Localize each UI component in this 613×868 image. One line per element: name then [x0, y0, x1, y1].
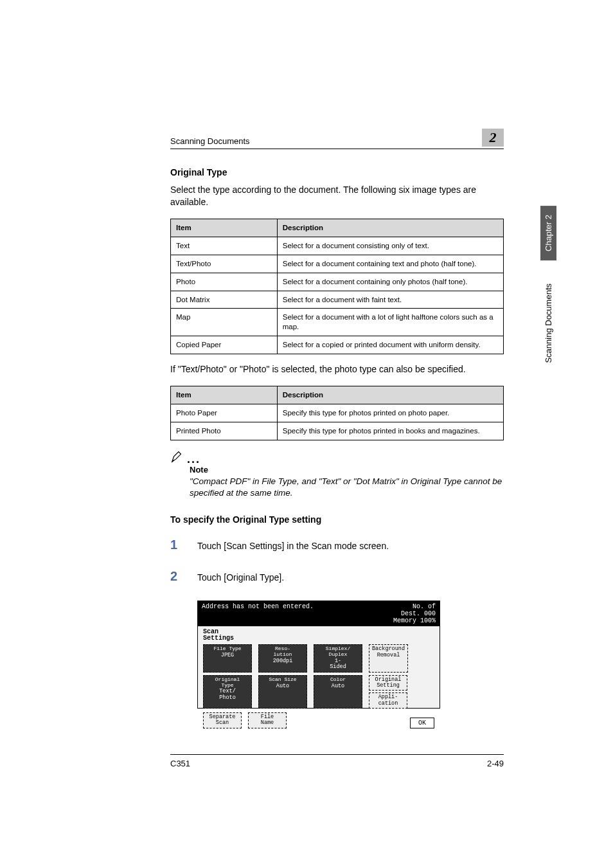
table-row: Photo PaperSpecify this type for photos …: [171, 404, 504, 422]
panel-dest-count: 000: [424, 610, 436, 617]
page-footer: C351 2-49: [170, 754, 504, 768]
photo-type-table: Item Description Photo PaperSpecify this…: [170, 386, 504, 440]
note-body: "Compact PDF" in File Type, and "Text" o…: [190, 476, 504, 499]
table-row: Printed PhotoSpecify this type for photo…: [171, 422, 504, 440]
running-header: Scanning Documents: [170, 136, 250, 146]
panel-tab-scan-settings: Scan Settings: [203, 629, 234, 642]
section-heading: Original Type: [170, 167, 504, 177]
panel-btn-resolution: Reso- lution 200dpi: [258, 644, 307, 672]
side-tab-section: Scanning Documents: [540, 275, 556, 372]
panel-btn-file-type: File Type JPEG: [203, 644, 252, 672]
panel-memory: Memory 100%: [393, 617, 436, 624]
footer-model: C351: [170, 759, 190, 768]
footer-page-number: 2-49: [487, 759, 504, 768]
table-row: MapSelect for a document with a lot of l…: [171, 309, 504, 336]
table-row: TextSelect for a document consisting onl…: [171, 237, 504, 255]
side-tabs: Chapter 2 Scanning Documents: [540, 206, 556, 372]
table-row: PhotoSelect for a document containing on…: [171, 273, 504, 291]
note-label: Note: [190, 465, 504, 475]
panel-btn-color: Color Auto: [314, 675, 362, 709]
panel-btn-application: Appli- cation: [369, 692, 407, 709]
note-icon: [170, 449, 184, 464]
procedure-title: To specify the Original Type setting: [170, 514, 504, 525]
panel-btn-background-removal: Background Removal: [369, 644, 408, 672]
panel-btn-scan-size: Scan Size Auto: [258, 675, 307, 709]
table-header: Description: [277, 386, 503, 404]
panel-btn-original-setting: Original Setting: [369, 675, 407, 691]
step-number: 2: [170, 569, 182, 584]
panel-btn-separate-scan: Separate Scan: [203, 712, 242, 728]
panel-btn-original-type: Original Type Text/ Photo: [203, 675, 252, 709]
step-text: Touch [Original Type].: [197, 572, 284, 583]
procedure-step: 2 Touch [Original Type].: [170, 569, 504, 584]
table-row: Copied PaperSelect for a copied or print…: [171, 336, 504, 354]
panel-btn-ok: OK: [410, 718, 434, 728]
table-row: Text/PhotoSelect for a document containi…: [171, 255, 504, 273]
note-block: ... Note "Compact PDF" in File Type, and…: [170, 449, 504, 499]
step-text: Touch [Scan Settings] in the Scan mode s…: [197, 541, 389, 551]
touch-panel-screenshot: Address has not been entered. No. of Des…: [197, 601, 440, 709]
after-table-paragraph: If "Text/Photo" or "Photo" is selected, …: [170, 363, 504, 375]
table-header: Item: [171, 219, 278, 237]
table-row: Dot MatrixSelect for a document with fai…: [171, 291, 504, 309]
original-type-table: Item Description TextSelect for a docume…: [170, 219, 504, 355]
table-header: Description: [277, 219, 503, 237]
panel-status: Address has not been entered.: [202, 603, 314, 624]
panel-btn-file-name: File Name: [248, 712, 287, 728]
step-number: 1: [170, 538, 182, 552]
panel-btn-simplex-duplex: Simplex/ Duplex 1- Sided: [314, 644, 362, 672]
procedure-step: 1 Touch [Scan Settings] in the Scan mode…: [170, 538, 504, 552]
side-tab-chapter: Chapter 2: [540, 206, 556, 260]
note-dots-icon: ...: [187, 456, 200, 464]
table-header: Item: [171, 386, 278, 404]
chapter-number-box: 2: [482, 129, 504, 147]
intro-paragraph: Select the type according to the documen…: [170, 184, 504, 208]
